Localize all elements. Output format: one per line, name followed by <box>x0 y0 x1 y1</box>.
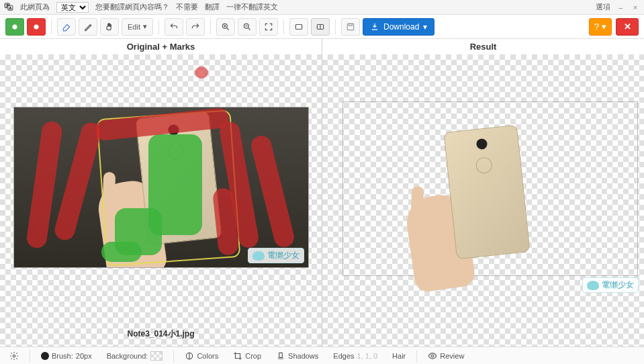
translate-bar: 文A 此網頁為 英文 您要翻譯網頁內容嗎？ 不需要 翻譯 一律不翻譯英文 選項 … <box>0 0 644 15</box>
svg-rect-20 <box>349 24 353 26</box>
fit-button[interactable] <box>259 18 278 36</box>
knife-button[interactable] <box>79 18 97 36</box>
split-view-button[interactable] <box>311 18 330 36</box>
foreground-mark <box>101 242 142 262</box>
colors-label: Colors <box>197 352 218 360</box>
review-label: Review <box>440 352 464 360</box>
background-control[interactable]: Background: <box>103 349 167 363</box>
foreground-mark-button[interactable] <box>5 18 24 36</box>
single-view-button[interactable] <box>289 18 308 36</box>
redo-button[interactable] <box>186 18 205 36</box>
brush-value: 20px <box>76 352 92 360</box>
translate-question: 您要翻譯網頁內容嗎？ <box>95 2 169 12</box>
crop-button[interactable]: Crop <box>229 349 265 363</box>
translate-no-button[interactable]: 不需要 <box>176 2 198 12</box>
crop-label: Crop <box>245 352 261 360</box>
svg-line-14 <box>248 28 250 30</box>
original-panel: Original + Marks <box>0 39 322 347</box>
eraser-button[interactable] <box>57 18 76 36</box>
shadows-label: Shadows <box>288 352 318 360</box>
separator <box>283 19 284 34</box>
result-panel: Result 電獺少女 <box>322 39 644 347</box>
zoom-out-button[interactable] <box>238 18 257 36</box>
pan-button[interactable] <box>100 18 119 36</box>
edges-label: Edges <box>333 352 354 360</box>
separator <box>335 19 336 34</box>
svg-point-25 <box>432 355 434 357</box>
result-canvas[interactable]: 電獺少女 <box>322 54 644 347</box>
background-label: Background: <box>107 352 148 360</box>
translate-options-button[interactable]: 選項 <box>596 2 610 12</box>
main-toolbar: Edit ▾ Download ▾ ? ▾ ✕ <box>0 15 644 39</box>
chevron-down-icon: ▾ <box>423 22 427 32</box>
svg-rect-6 <box>13 26 17 27</box>
watermark-text: 電獺少女 <box>602 279 634 291</box>
download-label: Download <box>383 22 419 32</box>
bottom-bar: Brush: 20px Background: Colors Crop Shad… <box>0 347 644 364</box>
watermark-badge: 電獺少女 <box>582 277 639 293</box>
separator <box>173 350 174 362</box>
edit-label: Edit <box>128 23 140 31</box>
separator <box>51 19 52 34</box>
translate-never-button[interactable]: 一律不翻譯英文 <box>226 2 278 12</box>
settings-button[interactable] <box>5 349 23 363</box>
background-mark-button[interactable] <box>27 18 46 36</box>
svg-rect-19 <box>347 24 353 30</box>
app-close-button[interactable]: ✕ <box>616 18 639 36</box>
download-button[interactable]: Download ▾ <box>363 18 434 36</box>
watermark-badge: 電獺少女 <box>248 248 304 263</box>
separator <box>416 350 417 362</box>
main-area: Original + Marks <box>0 39 644 347</box>
svg-text:A: A <box>9 5 12 9</box>
undo-button[interactable] <box>165 18 183 36</box>
translate-minimize-button[interactable]: – <box>616 3 625 12</box>
zoom-in-button[interactable] <box>216 18 235 36</box>
brush-dot-icon <box>41 352 49 360</box>
edit-dropdown[interactable]: Edit ▾ <box>122 18 153 36</box>
language-select[interactable]: 英文 <box>56 2 89 13</box>
review-button[interactable]: Review <box>424 349 468 363</box>
svg-rect-24 <box>279 353 283 357</box>
svg-line-10 <box>227 28 229 30</box>
background-swatch <box>150 351 163 361</box>
result-panel-title: Result <box>322 39 644 54</box>
watermark-icon <box>252 251 265 261</box>
hair-button[interactable]: Hair <box>388 349 410 363</box>
brush-label: Brush: <box>52 352 73 360</box>
stray-red-mark <box>195 66 208 79</box>
watermark-text: 電獺少女 <box>267 250 300 261</box>
original-panel-title: Original + Marks <box>0 39 322 54</box>
original-canvas[interactable]: 電獺少女 Note3_014小1.jpg <box>0 54 322 347</box>
svg-rect-16 <box>295 24 302 29</box>
hair-label: Hair <box>392 352 406 360</box>
edges-button[interactable]: Edges 1, 1, 0 <box>329 349 381 363</box>
watermark-icon <box>587 281 599 290</box>
brush-size-control[interactable]: Brush: 20px <box>37 349 96 363</box>
detected-lang-prefix: 此網頁為 <box>20 2 50 12</box>
phone-shape <box>443 125 530 259</box>
svg-rect-8 <box>34 26 39 27</box>
translate-yes-button[interactable]: 翻譯 <box>205 2 220 12</box>
save-button[interactable] <box>341 18 360 36</box>
help-button[interactable]: ? ▾ <box>589 18 612 36</box>
edges-value: 1, 1, 0 <box>357 352 378 360</box>
svg-point-21 <box>13 355 15 357</box>
colors-button[interactable]: Colors <box>181 349 222 363</box>
chevron-down-icon: ▾ <box>143 22 147 31</box>
translate-icon: 文A <box>4 2 13 13</box>
separator <box>158 19 159 34</box>
separator <box>30 350 30 362</box>
separator <box>210 19 211 34</box>
filename-label: Note3_014小1.jpg <box>0 328 322 340</box>
original-image: 電獺少女 <box>13 107 309 268</box>
translate-close-button[interactable]: × <box>631 3 640 12</box>
shadows-button[interactable]: Shadows <box>272 349 322 363</box>
